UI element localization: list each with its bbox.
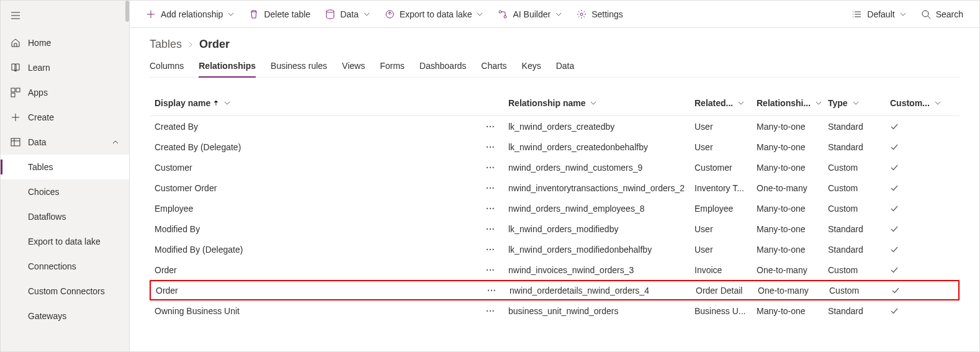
relationships-table: Display name Relationship name: [150, 90, 960, 321]
tab-relationships[interactable]: Relationships: [199, 61, 256, 77]
svg-rect-1: [16, 88, 20, 92]
check-icon: [890, 307, 899, 315]
cell-relationship-name: nwind_orderdetails_nwind_orders_4: [505, 286, 691, 296]
table-row[interactable]: Order···nwind_invoices_nwind_orders_3Inv…: [150, 259, 960, 280]
tab-forms[interactable]: Forms: [380, 61, 405, 77]
tab-keys[interactable]: Keys: [522, 61, 541, 77]
sidebar-item-connections[interactable]: Connections: [1, 254, 129, 279]
cell-display-name: Created By (Delegate): [150, 142, 479, 152]
cell-display-name: Customer Order: [150, 183, 479, 193]
cell-relationship-name: lk_nwind_orders_createdby: [503, 122, 690, 132]
chevron-down-icon: [590, 100, 596, 106]
export-to-data-lake-button[interactable]: Export to data lake: [379, 4, 490, 24]
more-actions-icon[interactable]: ···: [483, 243, 498, 256]
cell-type: Custom: [823, 163, 885, 173]
table-row[interactable]: Created By (Delegate)···lk_nwind_orders_…: [150, 137, 960, 157]
tab-business-rules[interactable]: Business rules: [271, 61, 327, 77]
search-icon: [921, 9, 931, 19]
nav-label: Data: [28, 137, 47, 147]
cell-relationship-type: One-to-many: [752, 265, 823, 275]
sidebar-item-tables[interactable]: Tables: [1, 155, 129, 179]
more-actions-icon[interactable]: ···: [483, 141, 498, 153]
database-icon: [325, 9, 335, 19]
tab-dashboards[interactable]: Dashboards: [420, 61, 467, 77]
cell-display-name: Created By: [150, 122, 479, 132]
hamburger-icon[interactable]: [11, 11, 20, 20]
cmd-label: Default: [867, 9, 894, 19]
delete-table-button[interactable]: Delete table: [243, 4, 317, 24]
breadcrumb-parent[interactable]: Tables: [150, 38, 182, 51]
tab-charts[interactable]: Charts: [481, 61, 506, 77]
table-row[interactable]: Employee···nwind_orders_nwind_employees_…: [150, 198, 960, 219]
cell-custom: [885, 225, 941, 233]
tab-views[interactable]: Views: [342, 61, 365, 77]
col-type[interactable]: Type: [823, 98, 885, 108]
sidebar-item-gateways[interactable]: Gateways: [1, 304, 129, 328]
table-row[interactable]: Created By···lk_nwind_orders_createdbyUs…: [150, 116, 960, 137]
view-default-button[interactable]: Default: [846, 4, 912, 24]
table-row[interactable]: Order···nwind_orderdetails_nwind_orders_…: [150, 280, 960, 300]
nav-label: Dataflows: [28, 212, 66, 222]
cell-relationship-name: lk_nwind_orders_modifiedby: [503, 224, 690, 234]
col-relationship-type[interactable]: Relationshi...: [752, 98, 823, 108]
export-icon: [385, 9, 395, 19]
col-related[interactable]: Related...: [690, 98, 752, 108]
cell-relationship-type: Many-to-one: [752, 306, 823, 316]
cell-actions: ···: [479, 161, 503, 174]
nav-label: Learn: [28, 63, 50, 73]
more-actions-icon[interactable]: ···: [483, 182, 498, 194]
cmd-label: Data: [340, 9, 359, 19]
more-actions-icon[interactable]: ···: [483, 120, 498, 133]
table-row[interactable]: Modified By···lk_nwind_orders_modifiedby…: [150, 219, 960, 239]
table-row[interactable]: Owning Business Unit···business_unit_nwi…: [150, 300, 960, 321]
tab-columns[interactable]: Columns: [150, 61, 184, 77]
cell-custom: [885, 143, 941, 151]
cell-related: User: [690, 142, 752, 152]
add-relationship-button[interactable]: Add relationship: [140, 4, 240, 24]
th-label: Relationship name: [508, 98, 585, 108]
cell-actions: ···: [479, 182, 503, 194]
col-custom[interactable]: Custom...: [885, 98, 941, 108]
cell-display-name: Employee: [150, 204, 479, 214]
svg-point-8: [580, 13, 583, 16]
chevron-up-icon[interactable]: [112, 138, 119, 146]
sidebar-item-custom-connectors[interactable]: Custom Connectors: [1, 279, 129, 304]
sidebar-item-dataflows[interactable]: Dataflows: [1, 204, 129, 229]
sidebar-item-apps[interactable]: Apps: [1, 80, 129, 105]
sidebar-item-data[interactable]: Data: [1, 130, 129, 155]
col-relationship-name[interactable]: Relationship name: [503, 98, 690, 108]
search-button[interactable]: Search: [915, 4, 969, 24]
cell-relationship-type: Many-to-one: [752, 142, 823, 152]
cell-related: Order Detail: [691, 286, 753, 296]
th-label: Type: [828, 98, 848, 108]
cell-relationship-name: lk_nwind_orders_modifiedonbehalfby: [503, 245, 690, 255]
table-row[interactable]: Modified By (Delegate)···lk_nwind_orders…: [150, 239, 960, 259]
table-row[interactable]: Customer···nwind_orders_nwind_customers_…: [150, 157, 960, 178]
col-display-name[interactable]: Display name: [150, 98, 479, 108]
more-actions-icon[interactable]: ···: [483, 264, 498, 276]
check-icon: [890, 266, 899, 274]
cell-type: Standard: [823, 122, 885, 132]
more-actions-icon[interactable]: ···: [483, 223, 498, 235]
more-actions-icon[interactable]: ···: [483, 161, 498, 174]
table-row[interactable]: Customer Order···nwind_inventorytransact…: [150, 178, 960, 198]
sidebar-item-create[interactable]: Create: [1, 105, 129, 130]
nav-label: Apps: [28, 88, 48, 97]
tab-data[interactable]: Data: [556, 61, 575, 77]
sidebar-item-learn[interactable]: Learn: [1, 55, 129, 80]
cmd-label: Delete table: [264, 9, 310, 19]
more-actions-icon[interactable]: ···: [483, 202, 498, 215]
sidebar-item-home[interactable]: Home: [1, 30, 129, 55]
cmd-label: Settings: [591, 9, 623, 19]
ai-builder-button[interactable]: AI Builder: [492, 4, 568, 24]
data-button[interactable]: Data: [319, 4, 376, 24]
check-icon: [890, 143, 899, 151]
settings-button[interactable]: Settings: [570, 4, 629, 24]
sidebar-item-choices[interactable]: Choices: [1, 179, 129, 204]
sidebar-item-export-to-data-lake[interactable]: Export to data lake: [1, 229, 129, 254]
scroll-indicator[interactable]: [125, 1, 129, 22]
data-icon: [11, 137, 20, 147]
more-actions-icon[interactable]: ···: [485, 284, 499, 297]
th-label: Relationshi...: [757, 98, 811, 108]
more-actions-icon[interactable]: ···: [483, 305, 498, 317]
